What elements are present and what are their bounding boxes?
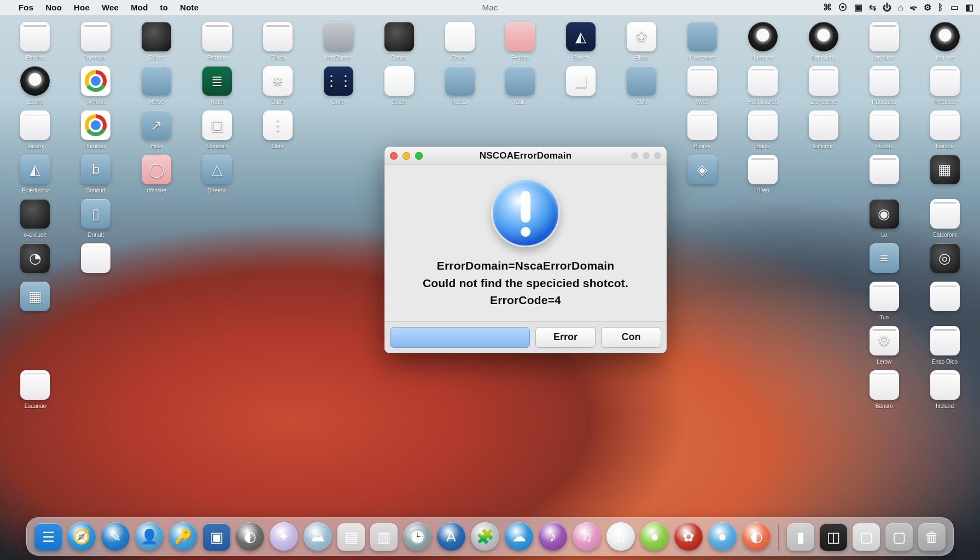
dialog-line-2: Could not find the specicied shotcot. <box>396 275 655 292</box>
dialog-message: ErrorDomain=NscaErrorDomain Could not fi… <box>396 257 655 309</box>
dialog-titlebar[interactable]: NSCOAErrorDomain <box>384 147 667 165</box>
zoom-button[interactable] <box>415 152 423 160</box>
dialog-backdrop: NSCOAErrorDomain ErrorDomain=NscaErrorDo… <box>0 0 980 560</box>
error-dialog: NSCOAErrorDomain ErrorDomain=NscaErrorDo… <box>384 147 667 353</box>
error-button[interactable]: Error <box>535 327 596 348</box>
alert-icon <box>491 178 560 247</box>
dialog-body: ErrorDomain=NscaErrorDomain Could not fi… <box>384 165 667 311</box>
dialog-highlight-well <box>390 327 530 348</box>
con-button[interactable]: Con <box>601 327 661 348</box>
dialog-title: NSCOAErrorDomain <box>480 150 572 161</box>
dialog-line-1: ErrorDomain=NscaErrorDomain <box>396 257 655 275</box>
titlebar-right-dots <box>631 152 661 159</box>
dialog-line-3: ErrorCode=4 <box>396 291 655 309</box>
close-button[interactable] <box>390 152 398 160</box>
dialog-buttons: Error Con <box>384 321 667 353</box>
window-controls <box>390 152 423 160</box>
minimize-button[interactable] <box>402 152 410 160</box>
